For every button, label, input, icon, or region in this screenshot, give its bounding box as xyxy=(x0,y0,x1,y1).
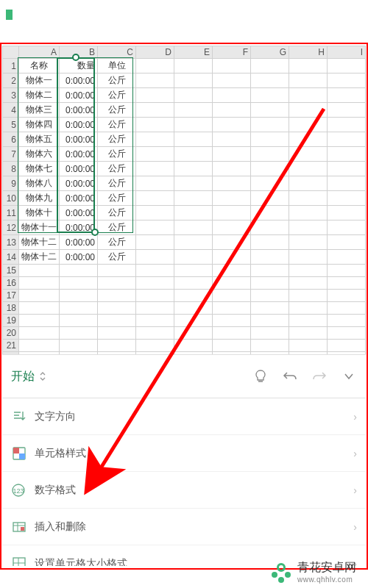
cell[interactable] xyxy=(213,118,251,132)
column-header[interactable]: G xyxy=(251,46,289,59)
cell[interactable] xyxy=(60,302,98,315)
cell[interactable]: 名称 xyxy=(19,59,60,74)
cell[interactable] xyxy=(136,147,174,162)
cell[interactable] xyxy=(213,88,251,103)
cell[interactable] xyxy=(289,176,328,191)
cell[interactable] xyxy=(136,118,174,132)
menu-item-number-format[interactable]: 123数字格式› xyxy=(2,472,366,509)
cell[interactable] xyxy=(136,103,174,118)
cell[interactable] xyxy=(328,103,366,118)
cell[interactable] xyxy=(174,118,213,132)
row-header[interactable]: 21 xyxy=(3,340,19,352)
cell[interactable] xyxy=(136,176,174,191)
column-header[interactable]: A xyxy=(19,46,60,59)
cell[interactable]: 物体一 xyxy=(19,74,60,88)
cell[interactable] xyxy=(251,59,289,74)
cell[interactable] xyxy=(174,290,213,302)
cell[interactable] xyxy=(251,220,289,235)
cell[interactable] xyxy=(328,162,366,176)
cell[interactable] xyxy=(289,265,328,277)
cell[interactable] xyxy=(251,74,289,88)
cell[interactable]: 0:00:00 xyxy=(60,74,98,88)
cell[interactable] xyxy=(136,191,174,206)
cell[interactable] xyxy=(328,88,366,103)
cell[interactable] xyxy=(174,340,213,352)
cell[interactable] xyxy=(19,290,60,302)
cell[interactable] xyxy=(174,103,213,118)
row-header[interactable]: 15 xyxy=(3,265,19,277)
cell[interactable] xyxy=(213,315,251,327)
column-header[interactable]: D xyxy=(136,46,174,59)
cell[interactable]: 数量 xyxy=(60,59,98,74)
cell[interactable] xyxy=(174,315,213,327)
menu-item-cell-style[interactable]: 单元格样式› xyxy=(2,435,366,472)
cell[interactable] xyxy=(328,340,366,352)
cell[interactable] xyxy=(136,250,174,265)
cell[interactable] xyxy=(60,265,98,277)
cell[interactable] xyxy=(251,315,289,327)
row-header[interactable]: 19 xyxy=(3,315,19,327)
cell[interactable]: 物体十一 xyxy=(19,220,60,235)
row-header[interactable]: 16 xyxy=(3,277,19,290)
cell[interactable] xyxy=(136,302,174,315)
row-header[interactable]: 11 xyxy=(3,206,19,220)
column-header[interactable]: B xyxy=(60,46,98,59)
cell[interactable] xyxy=(19,277,60,290)
cell[interactable] xyxy=(19,315,60,327)
cell[interactable] xyxy=(174,327,213,340)
cell[interactable] xyxy=(251,235,289,250)
cell[interactable]: 0:00:00 xyxy=(60,176,98,191)
cell[interactable] xyxy=(136,265,174,277)
row-header[interactable]: 18 xyxy=(3,302,19,315)
cell[interactable]: 物体五 xyxy=(19,132,60,147)
cell[interactable] xyxy=(251,206,289,220)
cell[interactable] xyxy=(328,74,366,88)
cell[interactable] xyxy=(328,220,366,235)
cell[interactable] xyxy=(174,220,213,235)
cell[interactable]: 公斤 xyxy=(98,103,136,118)
cell[interactable] xyxy=(136,290,174,302)
cell[interactable] xyxy=(19,327,60,340)
cell[interactable]: 0:00:00 xyxy=(60,132,98,147)
cell[interactable] xyxy=(174,302,213,315)
cell[interactable] xyxy=(174,132,213,147)
cell[interactable] xyxy=(213,235,251,250)
cell[interactable] xyxy=(251,176,289,191)
row-header[interactable]: 7 xyxy=(3,147,19,162)
cell[interactable] xyxy=(328,191,366,206)
cell[interactable]: 公斤 xyxy=(98,147,136,162)
cell[interactable] xyxy=(136,206,174,220)
cell[interactable] xyxy=(174,176,213,191)
cell[interactable] xyxy=(213,59,251,74)
cell[interactable] xyxy=(213,132,251,147)
cell[interactable]: 0:00:00 xyxy=(60,88,98,103)
cell[interactable] xyxy=(19,265,60,277)
row-header[interactable]: 20 xyxy=(3,327,19,340)
cell[interactable] xyxy=(289,162,328,176)
cell[interactable] xyxy=(60,290,98,302)
cell[interactable]: 公斤 xyxy=(98,191,136,206)
row-header[interactable]: 9 xyxy=(3,176,19,191)
cell[interactable]: 公斤 xyxy=(98,206,136,220)
cell[interactable] xyxy=(289,250,328,265)
cell[interactable]: 公斤 xyxy=(98,118,136,132)
cell[interactable] xyxy=(98,302,136,315)
cell[interactable] xyxy=(289,88,328,103)
row-header[interactable]: 8 xyxy=(3,162,19,176)
cell[interactable] xyxy=(289,191,328,206)
cell[interactable] xyxy=(251,118,289,132)
cell[interactable]: 公斤 xyxy=(98,74,136,88)
cell[interactable]: 物体二 xyxy=(19,88,60,103)
cell[interactable] xyxy=(328,315,366,327)
cell[interactable]: 公斤 xyxy=(98,132,136,147)
cell[interactable] xyxy=(289,327,328,340)
cell[interactable] xyxy=(136,74,174,88)
cell[interactable] xyxy=(174,206,213,220)
cell[interactable] xyxy=(289,74,328,88)
cell[interactable] xyxy=(289,206,328,220)
cell[interactable]: 0:00:00 xyxy=(60,235,98,250)
cell[interactable]: 0:00:00 xyxy=(60,103,98,118)
row-header[interactable]: 2 xyxy=(3,74,19,88)
cell[interactable] xyxy=(98,327,136,340)
cell[interactable] xyxy=(328,250,366,265)
